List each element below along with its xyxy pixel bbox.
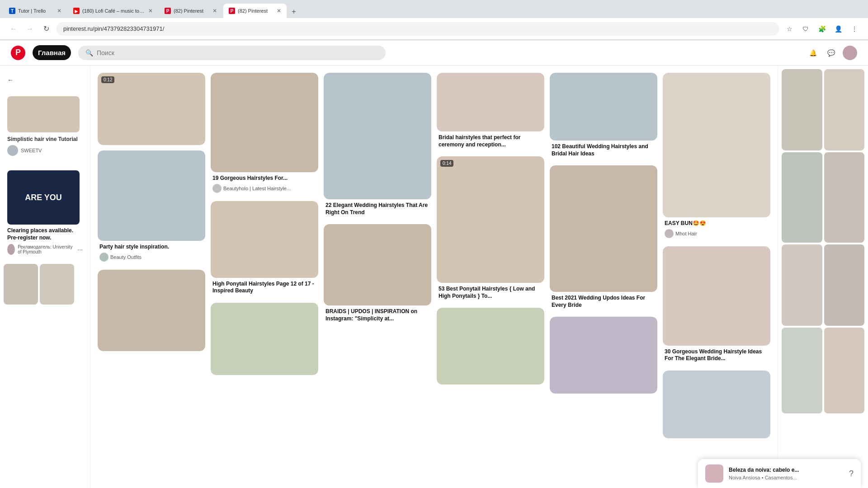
notification-text: Beleza da noiva: cabelo e... Noiva Ansio… [729,467,844,480]
search-bar: 🔍 [78,46,386,60]
back-button[interactable]: ← [7,23,20,35]
pin-title-p5: Bridal hairstyles that perfect for cerem… [439,134,542,148]
sidebar-ad-avatar [7,244,15,255]
pin-info-p9: Best 2021 Wedding Updos Ideas For Every … [550,292,657,311]
pin-item-p16[interactable] [98,270,205,351]
forward-button[interactable]: → [24,23,36,35]
pin-item-p15[interactable]: Party hair style inspiration. Beauty Out… [98,150,205,264]
notification-author: Noiva Ansiosa • Casamentos... [729,475,844,480]
pin-item-p8[interactable]: 102 Beautiful Wedding Hairstyles and Bri… [550,73,657,160]
pin-image-p5 [437,73,544,131]
pin-image-p8 [550,73,657,141]
pin-item-p14[interactable]: 0:12 [98,73,205,145]
tab-trello[interactable]: T Tutor | Trello ✕ [4,4,67,18]
pin-item-p10[interactable] [550,317,657,394]
pin-grid: 0:12 Party hair style inspiration. Beaut… [90,66,778,488]
pin-info-p4: BRAIDS | UPDOS | INSPIRATION on Instagra… [324,305,431,325]
pin-item-p12[interactable]: 30 Gorgeous Wedding Hairstyle Ideas For … [663,246,770,365]
pin-item-p11[interactable]: EASY BUN🤩😍 Mhot Hair [663,73,770,241]
search-input[interactable] [97,49,378,56]
tab-pinterest2[interactable]: P (82) Pinterest ✕ [223,4,287,18]
new-tab-button[interactable]: + [288,5,300,18]
tab-trello-close[interactable]: ✕ [57,8,61,14]
sidebar-pin-thumb [7,96,80,132]
pin-info-p5: Bridal hairstyles that perfect for cerem… [437,131,544,151]
pin-title-p2: High Ponytail Hairstyles Page 12 of 17 -… [212,281,316,295]
tab-lofi-close[interactable]: ✕ [148,8,153,14]
pin-item-p1[interactable]: 19 Gorgeous Hairstyles For... Beautyholo… [211,73,318,196]
tab-pinterest2-close[interactable]: ✕ [277,8,281,14]
right-thumb-2[interactable] [824,69,865,150]
pin-item-p4[interactable]: BRAIDS | UPDOS | INSPIRATION on Instagra… [324,224,431,325]
nav-home[interactable]: Главная [33,45,71,60]
pin-author-name-p15: Beauty Outfits [110,254,142,260]
notification-help-button[interactable]: ? [849,469,854,479]
right-thumb-1[interactable] [782,69,822,150]
right-thumb-7[interactable] [782,328,822,413]
pin-col-1: 19 Gorgeous Hairstyles For... Beautyholo… [211,73,318,380]
profile-icon[interactable]: 👤 [832,23,844,35]
tab-lofi[interactable]: ▶ (180) Lofi Café – music to re... ✕ [68,4,158,18]
sidebar-thumb-1[interactable] [4,264,38,305]
sidebar-ad-company: Рекламодатель: University of Plymouth [18,244,75,254]
right-thumb-3[interactable] [782,152,822,243]
pin-item-p6[interactable]: 0:14 53 Best Ponytail Hairstyles { Low a… [437,156,544,302]
pin-image-p6 [437,156,544,283]
address-input[interactable] [56,22,779,36]
pin-item-p9[interactable]: Best 2021 Wedding Updos Ideas For Every … [550,165,657,311]
sidebar-pin-section: Simplistic hair vine Tutorial SWEETV [4,93,86,160]
tab-pinterest2-title: (82) Pinterest [238,8,268,14]
right-thumb-5[interactable] [782,244,822,326]
pin-author-avatar-p15 [99,253,108,262]
pin-image-p9 [550,165,657,292]
pin-author-name-p1: Beautyholo | Latest Hairstyle... [223,186,291,191]
pin-info-p12: 30 Gorgeous Wedding Hairstyle Ideas For … [663,346,770,365]
notification-icon[interactable]: 🔔 [807,47,819,59]
pin-item-p2b[interactable] [211,303,318,375]
pin-col-2: 22 Elegant Wedding Hairstyles That Are R… [324,73,431,330]
browser-chrome: T Tutor | Trello ✕ ▶ (180) Lofi Café – m… [0,0,868,40]
pinterest2-favicon: P [229,8,235,14]
pin-item-p5[interactable]: Bridal hairstyles that perfect for cerem… [437,73,544,151]
pinterest1-favicon: P [165,8,171,14]
pin-item-p2[interactable]: High Ponytail Hairstyles Page 12 of 17 -… [211,201,318,297]
pin-image-p13 [663,371,770,438]
pin-col-0: 0:12 Party hair style inspiration. Beaut… [98,73,205,357]
pin-item-p13[interactable] [663,371,770,438]
right-thumb-4[interactable] [824,152,865,243]
tab-pinterest1-title: (82) Pinterest [174,8,203,14]
pin-image-p14 [98,73,205,145]
sidebar-thumb-2[interactable] [40,264,74,305]
tab-pinterest1-close[interactable]: ✕ [212,8,217,14]
extensions-icon[interactable]: 🧩 [816,23,828,35]
ad-more-button[interactable]: ··· [77,246,83,253]
pin-item-p7[interactable] [437,308,544,385]
menu-icon[interactable]: ⋮ [848,23,861,35]
pin-item-p3[interactable]: 22 Elegant Wedding Hairstyles That Are R… [324,73,431,219]
pinterest-logo[interactable]: P [11,46,25,60]
right-thumb-6[interactable] [824,244,865,326]
bookmark-icon[interactable]: ☆ [783,23,796,35]
sidebar-back-button[interactable]: ← [4,73,86,87]
sidebar-pin-title: Simplistic hair vine Tutorial [7,136,83,142]
message-icon[interactable]: 💬 [825,47,837,59]
refresh-button[interactable]: ↻ [40,23,52,35]
sidebar-author-avatar [7,145,18,156]
notification-bar: Beleza da noiva: cabelo e... Noiva Ansio… [698,459,861,488]
shield-icon: 🛡 [799,23,812,35]
pin-title-p8: 102 Beautiful Wedding Hairstyles and Bri… [552,143,656,157]
pin-image-p7 [437,308,544,385]
search-icon: 🔍 [85,49,93,56]
user-avatar[interactable] [843,46,857,60]
pin-image-p1 [211,73,318,172]
pin-info-p11: EASY BUN🤩😍 Mhot Hair [663,217,770,241]
right-thumb-8[interactable] [824,328,865,413]
content-area: ← Simplistic hair vine Tutorial SWEETV A… [0,66,868,488]
pin-col-4: 102 Beautiful Wedding Hairstyles and Bri… [550,73,657,399]
toolbar-icons: ☆ 🛡 🧩 👤 ⋮ [783,23,861,35]
sidebar-ad-section: ARE YOU Clearing places available. Pre-r… [4,167,86,258]
pin-image-p12 [663,246,770,346]
pin-duration-p14: 0:12 [101,76,114,83]
tab-pinterest1[interactable]: P (82) Pinterest ✕ [159,4,222,18]
masonry-grid: 0:12 Party hair style inspiration. Beaut… [98,73,770,444]
